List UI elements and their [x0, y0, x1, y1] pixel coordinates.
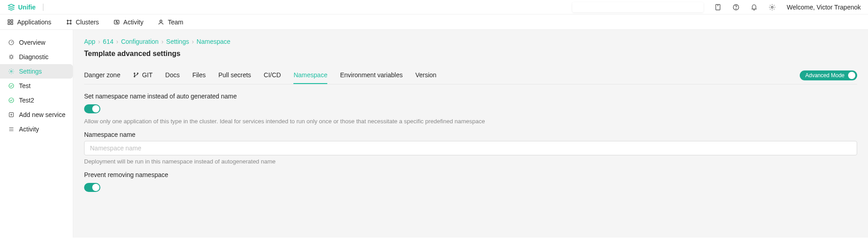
main-nav: Applications Clusters Activity Team: [0, 14, 868, 30]
bug-icon: [8, 54, 14, 60]
tab-label: Docs: [165, 71, 180, 79]
page-title: Template advanced settings: [84, 50, 857, 58]
tab-label: Pull secrets: [218, 71, 251, 79]
cluster-icon: [66, 19, 72, 25]
sidebar-item-diagnostic[interactable]: Diagnostic: [0, 50, 73, 64]
breadcrumb-namespace[interactable]: Namespace: [197, 38, 231, 45]
svg-rect-7: [11, 23, 13, 24]
tab-danger-zone[interactable]: Danger zone: [84, 67, 120, 84]
namespace-name-input[interactable]: [84, 141, 857, 155]
sidebar-item-label: Overview: [19, 39, 45, 46]
bookmark-icon[interactable]: [714, 4, 722, 11]
nav-label: Activity: [123, 19, 143, 26]
sidebar-item-test2[interactable]: Test2: [0, 93, 73, 107]
brand-name: Unifie: [18, 4, 36, 11]
breadcrumb-configuration[interactable]: Configuration: [121, 38, 159, 45]
sidebar-item-overview[interactable]: Overview: [0, 35, 73, 50]
nav-applications[interactable]: Applications: [7, 19, 52, 26]
prevent-remove-label: Prevent removing namespace: [84, 171, 857, 178]
topbar: Unifie Welcome, Victor Trapenok: [0, 0, 868, 14]
namespace-settings-form: Set namespace name instead of auto gener…: [84, 93, 857, 192]
advanced-mode-label: Advanced Mode: [805, 72, 844, 79]
toggle-knob: [92, 105, 99, 112]
breadcrumb-app[interactable]: App: [84, 38, 95, 45]
tab-label: CI/CD: [264, 71, 281, 79]
topbar-right: Welcome, Victor Trapenok: [572, 2, 861, 12]
advanced-mode-toggle[interactable]: Advanced Mode: [800, 70, 857, 80]
sidebar-item-label: Test2: [19, 97, 34, 104]
tab-label: GIT: [142, 71, 152, 79]
grid-icon: [7, 19, 14, 25]
user-icon: [158, 19, 164, 25]
nav-label: Applications: [17, 19, 52, 26]
welcome-text[interactable]: Welcome, Victor Trapenok: [787, 4, 861, 11]
svg-rect-4: [8, 19, 10, 21]
brand-logo[interactable]: Unifie: [7, 3, 36, 11]
tab-namespace[interactable]: Namespace: [293, 67, 327, 84]
tabs-row: Danger zone GIT Docs Files Pull secrets …: [84, 67, 857, 84]
svg-point-22: [137, 73, 138, 74]
tab-git[interactable]: GIT: [133, 67, 152, 84]
sidebar-item-add-service[interactable]: Add new service: [0, 107, 73, 122]
svg-point-9: [70, 20, 71, 21]
sidebar-item-test[interactable]: Test: [0, 79, 73, 93]
chevron-right-icon: ›: [116, 38, 118, 45]
list-icon: [8, 126, 14, 132]
gear-icon[interactable]: [769, 4, 776, 11]
activity-icon: [113, 19, 120, 25]
sidebar: Overview Diagnostic Settings Test Test2 …: [0, 30, 73, 238]
tabs: Danger zone GIT Docs Files Pull secrets …: [84, 67, 436, 84]
check-circle-icon: [8, 97, 14, 103]
set-namespace-description: Allow only one application of this type …: [84, 118, 857, 125]
branch-icon: [133, 72, 139, 78]
tab-label: Environment variables: [340, 71, 403, 79]
sidebar-item-label: Add new service: [19, 111, 66, 118]
svg-point-20: [134, 73, 135, 74]
sidebar-item-label: Test: [19, 82, 31, 89]
help-icon[interactable]: [732, 4, 740, 11]
svg-point-18: [9, 98, 14, 103]
breadcrumb-id[interactable]: 614: [103, 38, 113, 45]
svg-rect-5: [11, 19, 13, 21]
chevron-right-icon: ›: [192, 38, 194, 45]
tab-files[interactable]: Files: [192, 67, 206, 84]
tab-docs[interactable]: Docs: [165, 67, 180, 84]
toggle-knob: [92, 184, 99, 191]
namespace-name-help: Deployment will be run in this namespace…: [84, 158, 857, 165]
nav-team[interactable]: Team: [158, 19, 183, 26]
nav-label: Clusters: [76, 19, 99, 26]
tab-cicd[interactable]: CI/CD: [264, 67, 281, 84]
bell-icon[interactable]: [750, 4, 758, 11]
tab-label: Namespace: [293, 71, 327, 79]
topbar-search-area[interactable]: [572, 2, 703, 12]
tab-env-vars[interactable]: Environment variables: [340, 67, 403, 84]
brand-logo-icon: [7, 3, 15, 11]
tab-label: Danger zone: [84, 71, 120, 79]
sidebar-item-settings[interactable]: Settings: [0, 64, 73, 79]
chevron-right-icon: ›: [161, 38, 164, 45]
svg-point-11: [70, 23, 71, 24]
prevent-remove-toggle[interactable]: [84, 183, 100, 192]
nav-clusters[interactable]: Clusters: [66, 19, 99, 26]
tab-pull-secrets[interactable]: Pull secrets: [218, 67, 251, 84]
svg-point-8: [67, 20, 68, 21]
breadcrumb-settings[interactable]: Settings: [166, 38, 189, 45]
content: App › 614 › Configuration › Settings › N…: [73, 30, 868, 238]
set-namespace-toggle[interactable]: [84, 104, 100, 113]
set-namespace-label: Set namespace name instead of auto gener…: [84, 93, 857, 100]
dashboard-icon: [8, 39, 14, 46]
svg-point-15: [10, 56, 13, 58]
nav-activity[interactable]: Activity: [113, 19, 143, 26]
svg-point-16: [10, 70, 12, 72]
namespace-name-label: Namespace name: [84, 131, 857, 138]
tab-version[interactable]: Version: [415, 67, 437, 84]
sidebar-item-activity[interactable]: Activity: [0, 122, 73, 136]
toggle-knob: [848, 72, 855, 79]
gear-icon: [8, 68, 14, 75]
sidebar-item-label: Settings: [19, 68, 42, 75]
svg-point-10: [67, 23, 68, 24]
check-circle-icon: [8, 83, 14, 89]
topbar-divider: [43, 4, 43, 11]
tab-label: Version: [415, 71, 437, 79]
sidebar-item-label: Diagnostic: [19, 53, 48, 61]
